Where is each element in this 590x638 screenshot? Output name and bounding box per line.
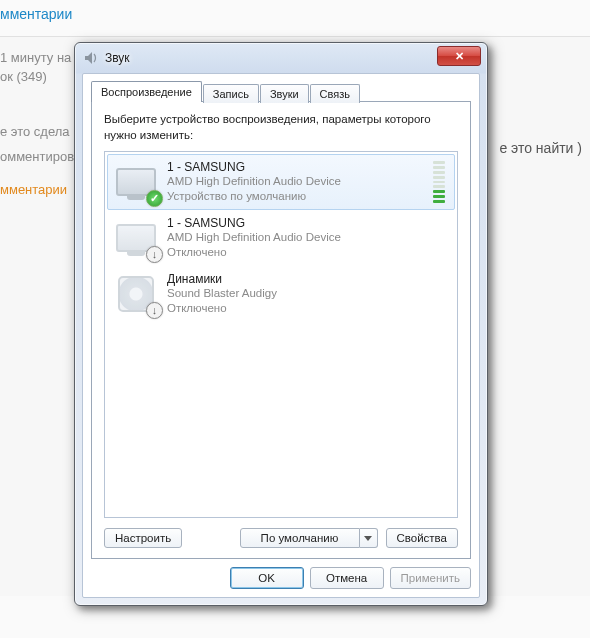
bg-count-text: ок (349) — [0, 67, 74, 86]
tab-recording[interactable]: Запись — [203, 84, 259, 103]
device-name: 1 - SAMSUNG — [167, 216, 449, 230]
bg-time-text: 1 минуту на — [0, 48, 74, 67]
set-default-dropdown[interactable] — [360, 528, 378, 548]
device-item-speakers[interactable]: ↓ Динамики Sound Blaster Audigy Отключен… — [107, 266, 455, 322]
device-status: Устройство по умолчанию — [167, 189, 425, 204]
device-item-samsung-disabled[interactable]: ↓ 1 - SAMSUNG AMD High Definition Audio … — [107, 210, 455, 266]
monitor-icon: ✓ — [113, 161, 159, 203]
disabled-badge-icon: ↓ — [146, 246, 163, 263]
dialog-button-row: OK Отмена Применить — [91, 559, 471, 589]
chevron-down-icon — [364, 536, 372, 541]
sound-dialog: Звук ✕ Воспроизведение Запись Звуки Связ… — [74, 42, 488, 606]
device-item-samsung-default[interactable]: ✓ 1 - SAMSUNG AMD High Definition Audio … — [107, 154, 455, 210]
close-button[interactable]: ✕ — [437, 46, 481, 66]
device-list[interactable]: ✓ 1 - SAMSUNG AMD High Definition Audio … — [104, 151, 458, 518]
titlebar[interactable]: Звук ✕ — [75, 43, 487, 73]
configure-button[interactable]: Настроить — [104, 528, 182, 548]
device-name: Динамики — [167, 272, 449, 286]
dialog-title: Звук — [105, 51, 130, 65]
close-x-icon: ✕ — [455, 51, 464, 62]
default-check-badge-icon: ✓ — [146, 190, 163, 207]
device-status: Отключено — [167, 301, 449, 316]
dialog-client-area: Воспроизведение Запись Звуки Связь Выбер… — [82, 73, 480, 598]
device-name: 1 - SAMSUNG — [167, 160, 425, 174]
tab-strip: Воспроизведение Запись Звуки Связь — [91, 80, 471, 102]
level-meter-icon — [433, 161, 445, 203]
tab-communications[interactable]: Связь — [310, 84, 360, 103]
panel-button-row: Настроить По умолчанию Свойства — [104, 528, 458, 548]
cancel-button[interactable]: Отмена — [310, 567, 384, 589]
device-driver: Sound Blaster Audigy — [167, 286, 449, 301]
set-default-split-button[interactable]: По умолчанию — [240, 528, 378, 548]
device-driver: AMD High Definition Audio Device — [167, 230, 449, 245]
disabled-badge-icon: ↓ — [146, 302, 163, 319]
device-status: Отключено — [167, 245, 449, 260]
properties-button[interactable]: Свойства — [386, 528, 459, 548]
bg-text-q1: е это сдела — [0, 122, 74, 141]
set-default-button[interactable]: По умолчанию — [240, 528, 360, 548]
tab-playback[interactable]: Воспроизведение — [91, 81, 202, 102]
speaker-app-icon — [83, 50, 99, 66]
speaker-icon: ↓ — [113, 273, 159, 315]
device-driver: AMD High Definition Audio Device — [167, 174, 425, 189]
tab-panel-playback: Выберите устройство воспроизведения, пар… — [91, 101, 471, 559]
ok-button[interactable]: OK — [230, 567, 304, 589]
bg-comments-link-side[interactable]: мментарии — [0, 180, 74, 199]
tab-sounds[interactable]: Звуки — [260, 84, 309, 103]
bg-comments-link-top[interactable]: мментарии — [0, 0, 590, 32]
bg-right-text: е это найти ) — [499, 140, 582, 156]
instruction-text: Выберите устройство воспроизведения, пар… — [104, 112, 458, 143]
apply-button[interactable]: Применить — [390, 567, 471, 589]
monitor-icon: ↓ — [113, 217, 159, 259]
bg-text-q2: омментиров — [0, 147, 74, 166]
